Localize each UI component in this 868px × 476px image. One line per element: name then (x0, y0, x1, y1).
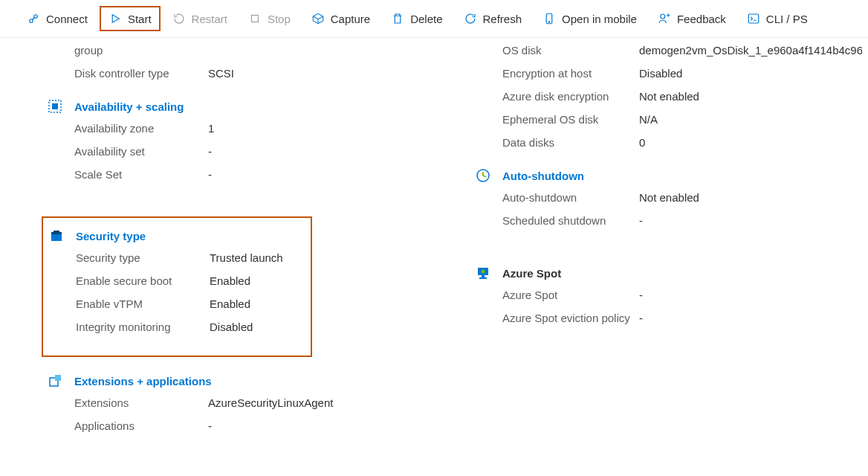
row-val: Trusted launch (210, 251, 283, 264)
row-key: Availability zone (74, 122, 208, 135)
section-auto-shutdown: Auto-shutdown Auto-shutdownNot enabled S… (476, 165, 862, 245)
svg-rect-11 (54, 231, 59, 232)
section-availability: Availability + scaling Availability zone… (12, 96, 476, 199)
row-key: Azure Spot (502, 289, 639, 301)
table-row: Scheduled shutdown- (502, 214, 862, 227)
table-row: Data disks0 (502, 136, 862, 149)
table-row: OS diskdemogen2vm_OsDisk_1_e960a4f1414b4… (502, 44, 862, 57)
row-val: Enabled (210, 274, 250, 287)
table-row: Integrity monitoringDisabled (76, 321, 311, 333)
connect-button[interactable]: Connect (18, 6, 97, 31)
table-row: Auto-shutdownNot enabled (502, 191, 862, 204)
svg-rect-2 (251, 16, 258, 22)
capture-icon (311, 12, 325, 25)
table-row: Scale Set- (74, 168, 476, 181)
table-row: Availability zone1 (74, 122, 476, 135)
table-row: Ephemeral OS diskN/A (502, 113, 862, 126)
row-key: Encryption at host (502, 67, 639, 80)
row-val: 1 (208, 122, 214, 135)
row-key: Extensions (74, 396, 208, 409)
row-val: - (639, 214, 643, 227)
table-row: Enable secure bootEnabled (76, 274, 311, 287)
table-row: group (74, 44, 476, 57)
table-row: Applications- (74, 419, 476, 432)
right-column: OS diskdemogen2vm_OsDisk_1_e960a4f1414b4… (476, 44, 862, 468)
extensions-icon (48, 373, 62, 388)
availability-icon (48, 99, 62, 114)
open-in-mobile-button[interactable]: Open in mobile (534, 6, 646, 31)
table-row: Azure Spot eviction policy- (502, 312, 862, 324)
row-key: Azure Spot eviction policy (502, 312, 639, 324)
row-key: group (74, 44, 208, 57)
section-title[interactable]: Extensions + applications (74, 375, 476, 387)
row-val: N/A (639, 113, 658, 126)
section-title[interactable]: Security type (76, 230, 311, 242)
connect-label: Connect (46, 13, 88, 25)
refresh-button[interactable]: Refresh (455, 6, 531, 31)
restart-icon (172, 12, 186, 25)
connect-icon (27, 12, 40, 25)
row-val: Not enabled (639, 90, 699, 103)
row-val: - (208, 145, 212, 158)
row-val: demogen2vm_OsDisk_1_e960a4f1414b4c968103… (639, 44, 862, 57)
stop-button: Stop (239, 6, 299, 31)
left-top-rows: group Disk controller type SCSI (12, 44, 476, 80)
clock-icon (476, 168, 490, 183)
svg-point-5 (661, 14, 665, 19)
row-val: AzureSecurityLinuxAgent (208, 396, 333, 409)
table-row: Azure Spot- (502, 289, 862, 301)
table-row: Enable vTPMEnabled (76, 298, 311, 310)
svg-rect-10 (51, 232, 62, 234)
toolbar: Connect Start Restart Stop (0, 0, 868, 38)
capture-button[interactable]: Capture (302, 6, 379, 31)
feedback-icon (658, 12, 671, 25)
capture-label: Capture (331, 13, 370, 25)
row-val: Enabled (210, 298, 250, 310)
row-val: 0 (639, 136, 645, 149)
svg-rect-13 (55, 375, 61, 381)
section-title[interactable]: Auto-shutdown (502, 170, 862, 182)
row-key: Security type (76, 251, 210, 264)
content-area: group Disk controller type SCSI Availabi… (0, 38, 868, 468)
svg-point-4 (548, 22, 550, 23)
restart-button: Restart (163, 6, 236, 31)
svg-rect-6 (748, 14, 759, 23)
feedback-button[interactable]: Feedback (649, 6, 735, 31)
row-val: - (639, 312, 643, 324)
row-key: OS disk (502, 44, 639, 57)
delete-button[interactable]: Delete (382, 6, 451, 31)
row-key: Enable vTPM (76, 298, 210, 310)
section-title: Azure Spot (502, 267, 862, 280)
cli-ps-button[interactable]: CLI / PS (738, 6, 817, 31)
delete-label: Delete (410, 13, 442, 25)
svg-rect-16 (482, 275, 485, 277)
row-key: Ephemeral OS disk (502, 113, 639, 126)
row-key: Data disks (502, 136, 639, 149)
row-val: - (208, 168, 212, 181)
svg-rect-17 (479, 277, 487, 279)
row-key: Azure disk encryption (502, 90, 639, 103)
section-title[interactable]: Availability + scaling (74, 100, 476, 113)
row-key: Availability set (74, 145, 208, 158)
left-column: group Disk controller type SCSI Availabi… (0, 44, 476, 468)
section-security: Security type Security typeTrusted launc… (43, 225, 311, 351)
right-top-rows: OS diskdemogen2vm_OsDisk_1_e960a4f1414b4… (476, 44, 862, 149)
section-extensions: Extensions + applications ExtensionsAzur… (12, 370, 476, 450)
spot-icon (476, 266, 490, 280)
table-row: Disk controller type SCSI (74, 67, 476, 80)
cli-ps-label: CLI / PS (766, 13, 808, 25)
section-azure-spot: Azure Spot Azure Spot- Azure Spot evicti… (476, 263, 862, 342)
row-key: Auto-shutdown (502, 191, 639, 204)
table-row: Azure disk encryptionNot enabled (502, 90, 862, 103)
refresh-icon (464, 12, 477, 25)
stop-label: Stop (268, 13, 291, 25)
svg-point-18 (482, 270, 485, 274)
start-button[interactable]: Start (100, 6, 161, 31)
restart-label: Restart (192, 13, 227, 25)
row-key: Scale Set (74, 168, 208, 181)
row-key: Applications (74, 419, 208, 432)
table-row: Encryption at hostDisabled (502, 67, 862, 80)
row-val: Disabled (639, 67, 682, 80)
play-icon (108, 12, 122, 25)
row-val: Disabled (210, 321, 253, 333)
